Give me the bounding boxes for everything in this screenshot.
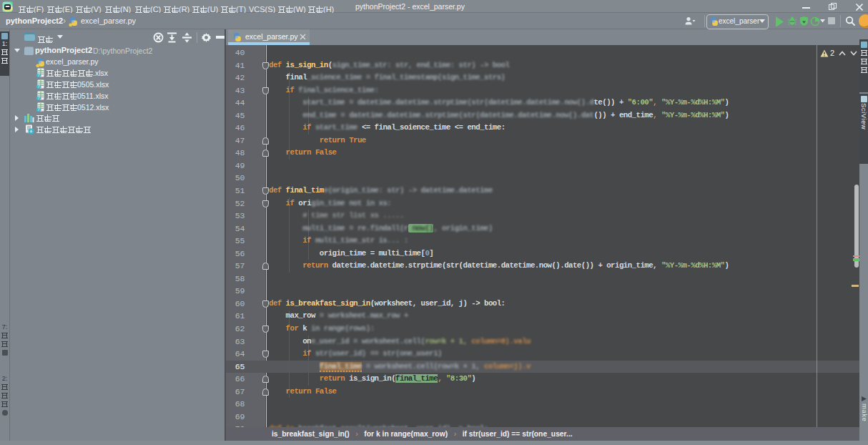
svg-text:?: ? xyxy=(37,95,40,100)
svg-text:?: ? xyxy=(37,84,40,89)
svg-text:?: ? xyxy=(37,107,40,112)
svg-text:?: ? xyxy=(37,72,40,77)
